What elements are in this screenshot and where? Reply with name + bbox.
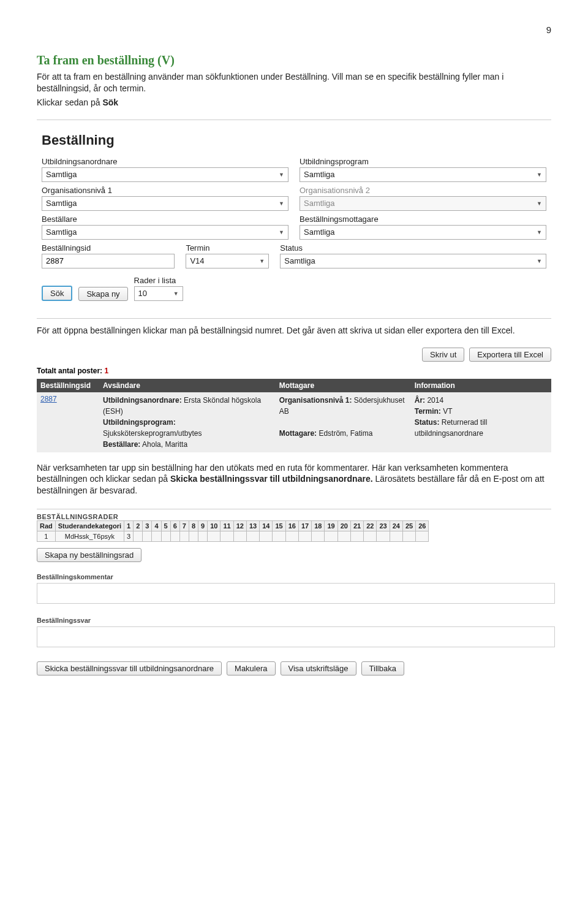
skapa-ny-bestallningsrad-button[interactable]: Skapa ny beställningsrad (37, 548, 141, 562)
rows-table-cell (312, 531, 325, 542)
rows-table-header: 11 (221, 521, 233, 531)
rows-table-cell (377, 531, 390, 542)
chevron-down-icon: ▼ (279, 172, 284, 178)
rows-table-header: 16 (285, 521, 298, 531)
rader-value: 10 (138, 289, 147, 298)
rows-table-header: 7 (179, 521, 189, 531)
rows-table-cell (179, 531, 189, 542)
rows-table-header: 1 (124, 521, 134, 531)
rows-table-cell (390, 531, 402, 542)
utbildningsanordnare-select[interactable]: Samtliga ▼ (42, 167, 288, 182)
para3-strong: Skicka beställningssvar till utbildnings… (170, 474, 373, 484)
section-heading: Ta fram en beställning (V) (37, 53, 551, 67)
rows-table-cell (189, 531, 198, 542)
info-l1: År: (415, 396, 425, 405)
bestallningssvar-label: Beställningssvar (37, 617, 551, 624)
rows-table-header: 5 (161, 521, 170, 531)
rows-table-cell (285, 531, 298, 542)
rows-table-header: 17 (298, 521, 311, 531)
termin-value: V14 (190, 256, 204, 265)
rader-select[interactable]: 10 ▼ (134, 286, 183, 301)
exportera-excel-button[interactable]: Exportera till Excel (469, 348, 551, 362)
rows-table-cell (152, 531, 161, 542)
skicka-svar-button[interactable]: Skicka beställningssvar till utbildnings… (37, 661, 222, 675)
rows-table-header: 3 (143, 521, 152, 531)
col-avsandare: Avsändare (99, 379, 276, 392)
bestallare-select[interactable]: Samtliga ▼ (42, 225, 288, 240)
rows-table-header: 24 (390, 521, 402, 531)
rows-table-cell (221, 531, 233, 542)
avsandare-l1: Utbildningsanordnare: (103, 396, 182, 405)
rows-table-header: 12 (233, 521, 246, 531)
page-number: 9 (37, 25, 551, 35)
avsandare-v3: Ahola, Maritta (142, 440, 187, 449)
rows-table-cell (161, 531, 170, 542)
orgnivel1-value: Samtliga (46, 199, 77, 208)
rows-table-header: 9 (198, 521, 208, 531)
total-count-label: Totalt antal poster: (37, 367, 102, 375)
skapa-ny-button[interactable]: Skapa ny (78, 287, 127, 301)
total-count-line: Totalt antal poster: 1 (37, 367, 551, 375)
makulera-button[interactable]: Makulera (227, 661, 275, 675)
divider (37, 318, 551, 319)
utbildningsanordnare-label: Utbildningsanordnare (42, 157, 288, 166)
orgnivel1-label: Organisationsnivå 1 (42, 186, 288, 195)
info-l2: Termin: (415, 407, 441, 416)
bestallningsid-link[interactable]: 2887 (37, 392, 99, 452)
rows-table-cell (143, 531, 152, 542)
rows-table-header: 10 (208, 521, 221, 531)
chevron-down-icon: ▼ (537, 172, 542, 178)
utbildningsprogram-select[interactable]: Samtliga ▼ (300, 167, 546, 182)
rows-table-header: 18 (312, 521, 325, 531)
orgnivel1-select[interactable]: Samtliga ▼ (42, 196, 288, 211)
divider (37, 120, 551, 120)
utbildningsprogram-label: Utbildningsprogram (300, 157, 546, 166)
utbildningsprogram-value: Samtliga (304, 170, 335, 179)
rows-table-header: 22 (364, 521, 377, 531)
mottagare-select[interactable]: Samtliga ▼ (300, 225, 546, 240)
mottagare-v2: Edström, Fatima (318, 429, 372, 438)
rows-table-cell (208, 531, 221, 542)
rows-table-cell (273, 531, 285, 542)
rows-table-cell (364, 531, 377, 542)
mottagare-value: Samtliga (304, 227, 335, 237)
bestallningskommentar-label: Beställningskommentar (37, 573, 551, 580)
rows-table-header: 14 (260, 521, 273, 531)
avsandare-v2: Sjuksköterskeprogram/utbytes (103, 429, 202, 438)
bestallningssvar-textarea[interactable] (37, 626, 555, 647)
status-select[interactable]: Samtliga ▼ (280, 254, 546, 268)
info-cell: År: 2014 Termin: VT Status: Returnerad t… (411, 392, 551, 452)
intro-paragraph-2: Klickar sedan på Sök (37, 97, 551, 108)
avsandare-l2: Utbildningsprogram: (103, 418, 176, 427)
total-count-value: 1 (104, 367, 108, 375)
bestallningsid-label: Beställningsid (42, 243, 175, 253)
avsandare-l3: Beställare: (103, 440, 140, 449)
chevron-down-icon: ▼ (537, 229, 542, 235)
orgnivel2-value: Samtliga (304, 199, 335, 208)
intro-paragraph-1: För att ta fram en beställning använder … (37, 71, 551, 94)
rows-table-cell (350, 531, 363, 542)
bestallningskommentar-textarea[interactable] (37, 583, 555, 604)
paragraph-open-result: För att öppna beställningen klickar man … (37, 325, 551, 337)
mottagare-l1: Organisationsnivå 1: (279, 396, 352, 405)
tillbaka-button[interactable]: Tillbaka (361, 661, 404, 675)
skriv-ut-button[interactable]: Skriv ut (422, 348, 464, 362)
form-title: Beställning (42, 132, 546, 148)
rows-table-cell (416, 531, 429, 542)
rows-table-header: 13 (246, 521, 259, 531)
sok-button[interactable]: Sök (42, 286, 72, 301)
bestallningsrader-heading: BESTÄLLNINGSRADER (37, 509, 551, 520)
rows-table-header: 15 (273, 521, 285, 531)
rows-table-cell (170, 531, 179, 542)
rows-table-header: 21 (350, 521, 363, 531)
rows-table-cell (260, 531, 273, 542)
termin-select[interactable]: V14 ▼ (186, 254, 269, 268)
rows-table-cell: 1 (37, 531, 56, 542)
visa-utskriftslage-button[interactable]: Visa utskriftsläge (281, 661, 356, 675)
rows-table-header: 6 (170, 521, 179, 531)
rows-table-cell: 3 (124, 531, 134, 542)
chevron-down-icon: ▼ (279, 229, 284, 235)
rows-table-cell (246, 531, 259, 542)
bestallningsid-input[interactable] (42, 254, 175, 268)
chevron-down-icon: ▼ (537, 258, 542, 264)
